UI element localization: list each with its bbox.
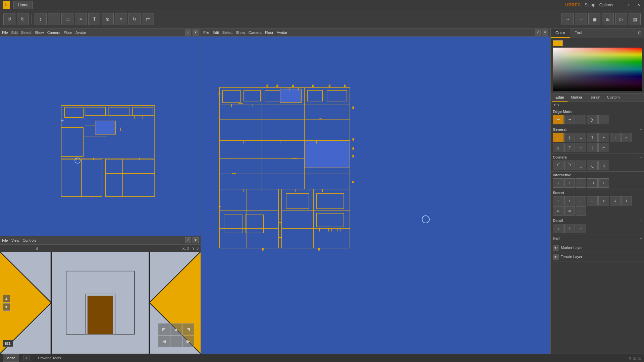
undo-button[interactable]: ↺ xyxy=(3,13,15,25)
top-vp-floor[interactable]: Floor xyxy=(64,31,72,35)
gen-wall-7[interactable]: ⌐ xyxy=(621,133,632,142)
general-collapse[interactable]: ─ xyxy=(640,128,642,131)
tool-flip[interactable]: ⇄ xyxy=(142,13,154,25)
tool-rt6[interactable]: ▤ xyxy=(629,13,641,25)
int-4[interactable]: ⊣ xyxy=(587,178,598,188)
top-viewport-canvas[interactable]: ⌖ xyxy=(0,37,201,236)
panel-extra[interactable]: ⊟ xyxy=(635,28,644,38)
secret-collapse[interactable]: ─ xyxy=(640,191,642,195)
nav-right-up[interactable]: ◥ xyxy=(182,323,194,335)
tool-move[interactable]: ↕ xyxy=(35,13,47,25)
tab-marker[interactable]: Marker xyxy=(568,94,586,102)
sec-8[interactable]: ⇔ xyxy=(553,206,564,216)
color-swatch[interactable] xyxy=(553,40,563,46)
setup-menu[interactable]: Setup xyxy=(585,3,595,7)
home-tab[interactable]: Home xyxy=(13,1,33,9)
top-vp-file[interactable]: File xyxy=(2,31,8,35)
tool-rt1[interactable]: ⊸ xyxy=(561,13,574,25)
bottom-vp-view[interactable]: View xyxy=(11,238,19,242)
top-vp-edit[interactable]: Edit xyxy=(11,31,18,35)
gen-wall-10[interactable]: ┼ xyxy=(576,143,586,152)
tab-edge[interactable]: Edge xyxy=(552,94,568,102)
nav-left[interactable]: ◀ xyxy=(158,336,170,347)
corner-2[interactable]: ◝ xyxy=(564,161,575,170)
tool-text[interactable]: T xyxy=(88,13,100,25)
tool-brush[interactable]: ⚙ xyxy=(115,13,127,25)
tool-rt2[interactable]: ⊹ xyxy=(575,13,587,25)
top-vp-avatar[interactable]: Avatar xyxy=(75,31,86,35)
tab-custom[interactable]: Custom xyxy=(604,94,623,102)
edge-arrow[interactable]: → xyxy=(598,115,609,124)
gen-wall-11[interactable]: ┊ xyxy=(587,143,598,152)
main-vp-avatar[interactable]: Avatar xyxy=(277,31,287,35)
maze-tab[interactable]: Maze xyxy=(3,354,19,362)
interactive-collapse[interactable]: ─ xyxy=(640,173,642,177)
tool-stamp[interactable]: ⊛ xyxy=(102,13,114,25)
top-vp-show[interactable]: Show xyxy=(35,31,44,35)
sec-4[interactable]: ↔ xyxy=(587,196,598,205)
gen-wall-h2[interactable]: ⊥ xyxy=(576,133,586,142)
edge-cross[interactable]: ╳ xyxy=(587,115,598,124)
main-vp-show[interactable]: Show xyxy=(236,31,245,35)
det-2[interactable]: ⊤ xyxy=(564,224,575,233)
main-canvas[interactable]: S S S S S S S S S xyxy=(201,37,550,354)
status-icon-2[interactable]: ▤ xyxy=(633,356,636,360)
3d-canvas[interactable]: ▲ ▼ B1 ◤ ▲ ◥ ◀ · ▶ xyxy=(0,252,201,354)
tab-tool[interactable]: Tool xyxy=(570,28,587,38)
gen-wall-cross[interactable]: + xyxy=(598,133,609,142)
tab-color[interactable]: Color xyxy=(551,28,570,38)
detail-collapse[interactable]: ─ xyxy=(640,219,642,223)
tab-terrain[interactable]: Terrain xyxy=(586,94,604,102)
main-vp-expand[interactable]: ⤢ xyxy=(535,29,541,36)
gen-wall-12[interactable]: ⊢ xyxy=(598,143,609,152)
edge-solid[interactable]: ━ xyxy=(553,115,564,124)
int-1[interactable]: ⊥ xyxy=(553,178,564,188)
nav-up[interactable]: ▲ xyxy=(170,323,182,335)
terrain-layer-visibility[interactable]: 👁 xyxy=(553,254,559,260)
tool-pen[interactable]: ✏ xyxy=(75,13,87,25)
main-vp-floor[interactable]: Floor xyxy=(265,31,273,35)
color-gradient[interactable] xyxy=(553,48,642,91)
sec-7[interactable]: ⇕ xyxy=(621,196,632,205)
minimize-button[interactable]: ─ xyxy=(617,2,623,8)
bottom-vp-controls[interactable]: Controls xyxy=(22,238,36,242)
tool-rt5[interactable]: ▷ xyxy=(615,13,627,25)
int-3[interactable]: ⊢ xyxy=(576,178,586,188)
close-button[interactable]: ✕ xyxy=(636,2,641,8)
int-2[interactable]: ⊤ xyxy=(564,178,575,188)
bottom-vp-expand[interactable]: ⤢ xyxy=(185,237,191,243)
nav-left-up[interactable]: ◤ xyxy=(158,323,170,335)
marker-layer-visibility[interactable]: 👁 xyxy=(553,245,559,251)
half-collapse[interactable]: ─ xyxy=(640,237,642,240)
det-1[interactable]: ⊥ xyxy=(553,224,564,233)
sec-1[interactable]: ↑ xyxy=(553,196,564,205)
top-vp-expand[interactable]: ⤢ xyxy=(185,29,191,36)
corner-5[interactable]: □ xyxy=(598,161,609,170)
top-vp-select[interactable]: Select xyxy=(21,31,32,35)
sec-3[interactable]: ↓ xyxy=(576,196,586,205)
top-vp-menu[interactable]: ▼ xyxy=(193,29,199,36)
main-vp-select[interactable]: Select xyxy=(222,31,233,35)
edge-dashed[interactable]: ┅ xyxy=(564,115,575,124)
move-down-button[interactable]: ▼ xyxy=(3,303,10,311)
edge-mode-collapse[interactable]: ─ xyxy=(640,110,642,114)
gen-wall-9[interactable]: ⊤ xyxy=(564,143,575,152)
sec-plus[interactable]: + xyxy=(576,206,586,216)
bottom-vp-menu[interactable]: ▼ xyxy=(193,237,199,243)
tool-rect[interactable]: ▭ xyxy=(61,13,73,25)
gen-wall-t[interactable]: T xyxy=(587,133,598,142)
gen-wall-8[interactable]: ╗ xyxy=(553,143,564,152)
nav-right[interactable]: ▶ xyxy=(182,336,194,347)
gen-wall-v[interactable]: │ xyxy=(553,133,564,142)
options-menu[interactable]: Options xyxy=(599,3,613,7)
tool-select-dot[interactable]: · xyxy=(48,13,60,25)
main-vp-menu[interactable]: ▼ xyxy=(542,29,548,36)
corner-4[interactable]: ◟ xyxy=(587,161,598,170)
add-tab-button[interactable]: + xyxy=(23,355,30,361)
tool-rt4[interactable]: ⊞ xyxy=(602,13,614,25)
bottom-vp-file[interactable]: File xyxy=(2,238,8,242)
main-vp-file[interactable]: File xyxy=(203,31,209,35)
maximize-button[interactable]: □ xyxy=(627,2,632,8)
tool-rotate[interactable]: ↻ xyxy=(128,13,141,25)
det-3[interactable]: ⊢ xyxy=(576,224,586,233)
